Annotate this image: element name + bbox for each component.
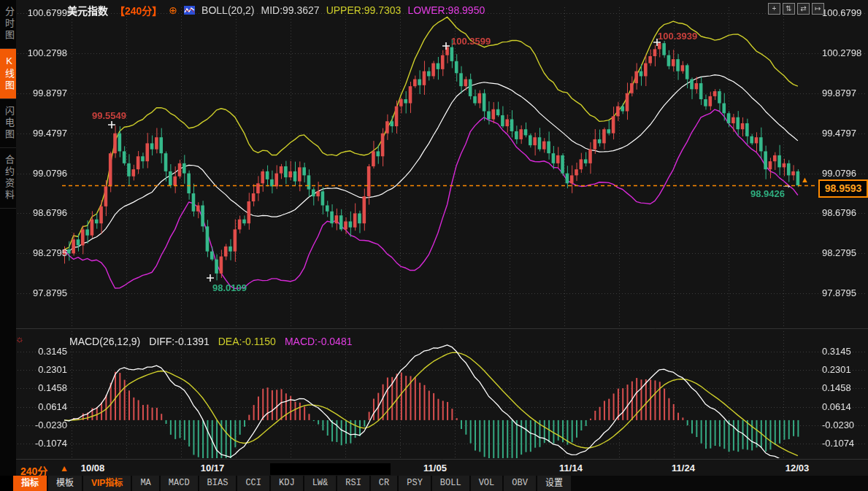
crosshair-tool-icon[interactable]: + xyxy=(768,3,780,15)
price-tick-left: 100.6799 xyxy=(22,7,67,18)
price-tick-left: 100.2798 xyxy=(22,47,67,58)
toolbar-button-MA[interactable]: MA xyxy=(132,476,158,491)
toolbar-button-模板[interactable]: 模板 xyxy=(48,476,82,491)
price-annotation: 99.5549 xyxy=(92,110,126,121)
macd-tick-left: 0.0614 xyxy=(22,401,67,412)
price-tick-right: 99.4797 xyxy=(822,128,856,139)
toolbar-button-RSI[interactable]: RSI xyxy=(337,476,369,491)
macd-diff-value: DIFF:-0.1391 xyxy=(149,336,209,347)
price-tick-right: 100.6799 xyxy=(822,7,861,18)
indicator-toolbar: 指标模板VIP指标MAMACDBIASCCIKDJLW&RSICRPSYBOLL… xyxy=(0,476,868,491)
boll-upper-value: UPPER:99.7303 xyxy=(326,4,402,16)
price-tick-right: 98.2795 xyxy=(822,247,856,258)
price-pointer-arrow-icon: → xyxy=(781,178,792,190)
time-axis-row: 240分 ▲ 10/0810/1711/0511/1411/2412/03 xyxy=(0,460,868,476)
expand-icon[interactable]: ⊕ xyxy=(169,4,177,16)
boll-lower-value: LOWER:98.9950 xyxy=(407,4,485,16)
price-annotation: 98.9426 xyxy=(750,188,785,199)
macd-tick-left: 0.3145 xyxy=(22,346,67,357)
toolbar-button-PSY[interactable]: PSY xyxy=(399,476,431,491)
macd-tick-right: 0.0614 xyxy=(822,401,851,412)
sidebar-tab-K线图[interactable]: K线图 xyxy=(0,49,16,99)
toolbar-button-KDJ[interactable]: KDJ xyxy=(271,476,303,491)
date-tick: 10/17 xyxy=(201,463,225,473)
macd-tick-right: 0.3145 xyxy=(822,346,851,357)
macd-macd-value: MACD:-0.0481 xyxy=(285,336,353,347)
date-tick: 11/24 xyxy=(672,463,695,473)
chart-tool-buttons: +⇅⇄↦ xyxy=(768,3,824,15)
price-tick-left: 98.6796 xyxy=(22,207,67,218)
date-tick: 12/03 xyxy=(786,463,810,473)
timeline-scrollbar-thumb[interactable] xyxy=(270,463,391,475)
price-tick-right: 100.2798 xyxy=(822,47,861,58)
macd-settings-icon[interactable]: ☼ xyxy=(15,333,24,344)
toolbar-button-BOLL[interactable]: BOLL xyxy=(432,476,469,491)
price-up-marker-icon: ▲ xyxy=(801,175,809,184)
date-tick: 10/08 xyxy=(81,463,105,473)
toolbar-spacer xyxy=(0,476,13,491)
toolbar-button-LW&[interactable]: LW& xyxy=(304,476,337,491)
macd-tick-right: -0.1074 xyxy=(822,438,854,449)
toolbar-button-CR[interactable]: CR xyxy=(371,476,397,491)
x-axis-zoom-icon[interactable]: ⇄ xyxy=(797,3,810,15)
price-tick-right: 97.8795 xyxy=(822,287,856,298)
price-tick-left: 99.0796 xyxy=(22,168,67,179)
macd-tick-right: 0.1458 xyxy=(822,382,851,393)
chart-canvas[interactable] xyxy=(0,0,868,491)
macd-tick-right: -0.0230 xyxy=(822,420,854,430)
sidebar-tab-闪电图[interactable]: 闪电图 xyxy=(0,99,16,148)
price-tick-left: 99.4797 xyxy=(22,128,67,139)
toolbar-button-指标[interactable]: 指标 xyxy=(13,476,47,491)
price-tick-right: 98.6796 xyxy=(822,207,856,218)
macd-tick-left: 0.2301 xyxy=(22,364,67,375)
toolbar-button-CCI[interactable]: CCI xyxy=(237,476,269,491)
current-price-badge: 98.9593 xyxy=(818,179,868,198)
price-tick-left: 99.8797 xyxy=(22,88,67,98)
trading-app: 美元指数 【240分】 ⊕ BOLL(20,2) MID:99.3627 UPP… xyxy=(0,0,868,491)
price-tick-left: 97.8795 xyxy=(22,287,67,298)
symbol-title: 美元指数 xyxy=(67,3,108,18)
macd-header: MACD(26,12,9) DIFF:-0.1391 DEA:-0.1150 M… xyxy=(69,336,352,347)
toolbar-button-VOL[interactable]: VOL xyxy=(471,476,503,491)
price-annotation: 98.0109 xyxy=(212,282,247,293)
sidebar-tab-合约资料[interactable]: 合约资料 xyxy=(0,148,16,209)
sidebar-tab-分时图[interactable]: 分时图 xyxy=(0,0,16,49)
y-axis-zoom-icon[interactable]: ⇅ xyxy=(783,3,795,15)
macd-dea-value: DEA:-0.1150 xyxy=(218,336,276,347)
boll-chart-icon xyxy=(184,6,195,15)
macd-tick-left: -0.0230 xyxy=(22,420,67,430)
price-tick-left: 98.2795 xyxy=(22,247,67,258)
toolbar-button-OBV[interactable]: OBV xyxy=(504,476,536,491)
macd-title: MACD(26,12,9) xyxy=(69,336,140,347)
toolbar-button-MACD[interactable]: MACD xyxy=(161,476,198,491)
price-annotation: 100.3939 xyxy=(658,31,697,42)
sidebar: 分时图K线图闪电图合约资料 xyxy=(0,0,16,476)
toolbar-button-VIP指标[interactable]: VIP指标 xyxy=(83,476,131,491)
price-annotation: 100.3599 xyxy=(451,36,491,47)
macd-tick-right: 0.2301 xyxy=(822,364,851,375)
boll-mid-value: MID:99.3627 xyxy=(261,4,319,16)
date-tick: 11/05 xyxy=(423,463,447,473)
macd-tick-left: 0.1458 xyxy=(22,382,67,393)
chart-header: 美元指数 【240分】 ⊕ BOLL(20,2) MID:99.3627 UPP… xyxy=(67,3,485,18)
pan-right-icon[interactable]: ↦ xyxy=(812,3,824,15)
timeframe-arrow-icon[interactable]: ▲ xyxy=(60,463,69,473)
date-tick: 11/14 xyxy=(559,463,583,473)
price-tick-right: 99.8797 xyxy=(822,88,856,98)
price-tick-right: 99.0796 xyxy=(822,168,856,179)
toolbar-button-设置[interactable]: 设置 xyxy=(537,476,571,491)
macd-tick-left: -0.1074 xyxy=(22,438,67,449)
toolbar-button-BIAS[interactable]: BIAS xyxy=(199,476,237,491)
boll-label: BOLL(20,2) xyxy=(201,4,254,16)
period-tag: 【240分】 xyxy=(115,3,162,18)
